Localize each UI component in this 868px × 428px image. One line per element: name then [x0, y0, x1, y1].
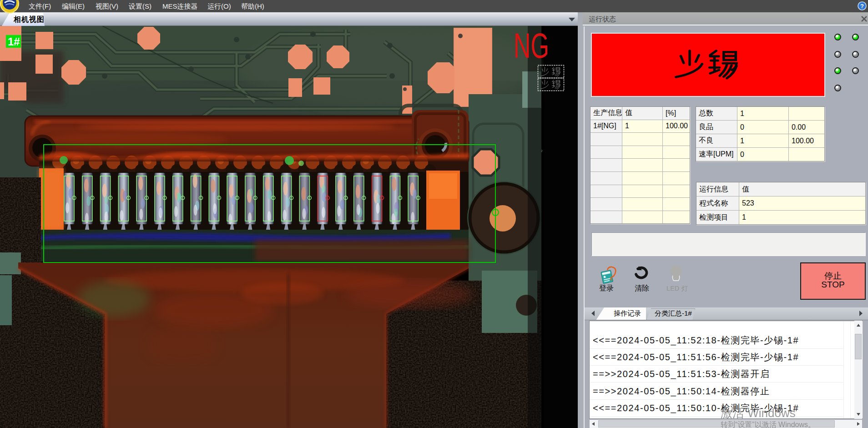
svg-text:1#: 1#	[8, 35, 20, 48]
svg-text:?: ?	[860, 3, 864, 10]
svg-text:NG: NG	[514, 26, 549, 65]
